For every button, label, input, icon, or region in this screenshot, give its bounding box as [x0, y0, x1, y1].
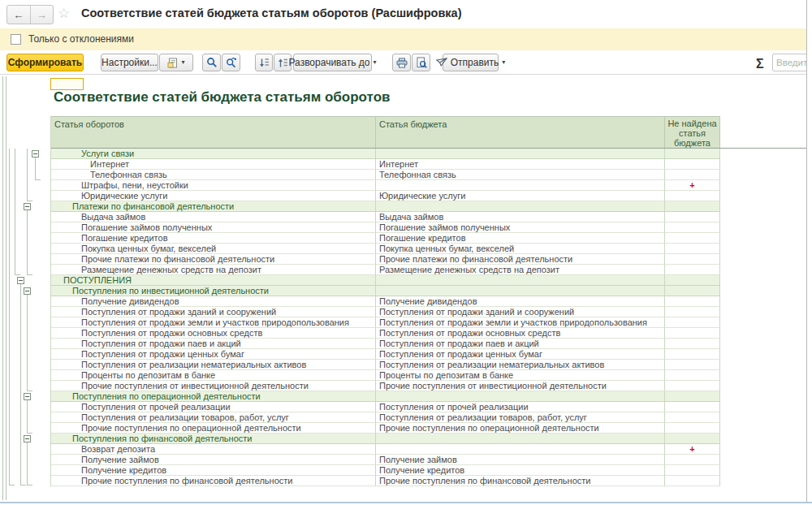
budget-item-cell: Поступления от продажи основных средств	[376, 328, 665, 339]
back-button[interactable]: ←	[7, 6, 30, 24]
not-found-flag-cell	[665, 286, 720, 296]
turnover-item-cell: Получение займов	[51, 455, 376, 465]
table-row[interactable]: Прочие поступления от инвестиционной дея…	[51, 381, 720, 391]
not-found-flag-cell	[665, 328, 720, 339]
window-title: Соответствие статей бюджета статьям обор…	[81, 6, 461, 19]
report-toolbar: Сформировать Настройки... ▾ Разворачиват…	[0, 50, 806, 75]
table-row[interactable]: Получение кредитовПолучение кредитов	[51, 465, 720, 476]
group-collapse-toggle[interactable]	[24, 435, 31, 442]
favorite-icon[interactable]: ☆	[58, 5, 70, 22]
budget-item-cell: Выдача займов	[376, 212, 665, 222]
tree-line-foot	[15, 274, 20, 275]
print-button[interactable]	[392, 54, 411, 71]
table-row[interactable]: Поступления от продажи паев и акцийПосту…	[51, 339, 720, 349]
column-header-budget-item: Статья бюджета	[376, 117, 665, 148]
table-row[interactable]: Выдача займовВыдача займов	[51, 212, 720, 222]
turnover-item-cell: Прочие поступления по операционной деяте…	[51, 423, 376, 434]
not-found-flag-cell	[665, 412, 720, 423]
active-cell[interactable]	[50, 78, 84, 90]
not-found-flag-cell	[665, 296, 720, 307]
table-row[interactable]: Покупка ценных бумаг, векселейПокупка це…	[51, 244, 720, 254]
not-found-flag-cell	[665, 149, 720, 159]
budget-item-cell: Поступления от реализации товаров, работ…	[376, 412, 665, 423]
table-row[interactable]: Погашение займов полученныхПогашение зай…	[51, 222, 720, 233]
budget-item-cell	[376, 434, 665, 444]
tree-line-foot	[35, 179, 41, 180]
table-header-row: Статья оборотов Статья бюджета Не найден…	[51, 116, 720, 149]
table-row[interactable]: Поступления по финансовой деятельности	[51, 434, 720, 444]
not-found-flag-cell	[665, 423, 720, 434]
report-variant-button[interactable]: ▾	[159, 54, 193, 71]
table-row[interactable]: Размещение денежных средств на депозитРа…	[51, 265, 720, 275]
only-deviations-checkbox[interactable]	[11, 34, 21, 45]
budget-item-cell: Погашение кредитов	[376, 233, 665, 244]
table-row[interactable]: Поступления по операционной деятельности	[51, 391, 720, 402]
table-row[interactable]: Поступления от реализации нематериальных…	[51, 360, 720, 370]
search-next-button[interactable]	[222, 54, 240, 71]
budget-item-cell: Прочие поступления по операционной деяте…	[376, 423, 665, 434]
group-collapse-toggle[interactable]	[17, 277, 24, 284]
group-collapse-toggle[interactable]	[32, 150, 39, 158]
table-row[interactable]: Поступления по инвестиционной деятельнос…	[51, 286, 720, 296]
table-row[interactable]: ПОСТУПЛЕНИЯ	[51, 275, 720, 286]
group-collapse-toggle[interactable]	[24, 393, 31, 400]
table-row[interactable]: Платежи по финансовой деятельности	[51, 201, 720, 212]
budget-item-cell: Интернет	[376, 159, 665, 170]
not-found-flag-cell: +	[665, 444, 720, 455]
table-row[interactable]: Поступления от продажи земли и участков …	[51, 317, 720, 328]
table-row[interactable]: Получение займовПолучение займов	[51, 455, 720, 465]
table-row[interactable]: Телефонная связьТелефонная связь	[51, 170, 720, 180]
table-row[interactable]: Проценты по депозитам в банкеПроценты по…	[51, 370, 720, 381]
table-row[interactable]: Штрафы, пени, неустойки+	[51, 180, 720, 191]
tree-line-foot	[27, 433, 32, 434]
turnover-item-cell: Интернет	[51, 159, 376, 170]
budget-item-cell: Получение кредитов	[376, 465, 665, 476]
turnover-item-cell: Поступления от прочей реализации	[51, 402, 376, 412]
send-button[interactable]: Отправить ▾	[443, 54, 499, 71]
not-found-flag-cell	[665, 370, 720, 381]
table-row[interactable]: Прочие поступления по финансовой деятель…	[51, 476, 720, 486]
print-preview-icon	[416, 57, 427, 68]
search-icon	[206, 57, 218, 68]
group-collapse-toggle[interactable]	[24, 203, 31, 210]
expand-to-button[interactable]: Разворачивать до ▾	[293, 54, 372, 71]
budget-item-cell: Поступления от продажи земли и участков …	[376, 317, 665, 328]
search-next-icon	[226, 57, 237, 68]
table-row[interactable]: Поступления от прочей реализацииПоступле…	[51, 402, 720, 412]
column-header-not-found: Не найдена статья бюджета	[665, 117, 720, 148]
table-row[interactable]: Погашение кредитовПогашение кредитов	[51, 233, 720, 244]
table-row[interactable]: Услуги связи	[51, 149, 720, 159]
settings-button[interactable]: Настройки...	[101, 54, 158, 71]
group-collapse-toggle[interactable]	[24, 287, 31, 295]
table-row[interactable]: Юридические услугиЮридические услуги	[51, 191, 720, 201]
search-input[interactable]	[772, 54, 806, 71]
not-found-flag-cell	[665, 275, 720, 286]
not-found-flag-cell	[665, 170, 720, 180]
turnover-item-cell: Прочие поступления по финансовой деятель…	[51, 476, 376, 486]
expand-groups-button[interactable]	[255, 54, 273, 71]
table-rows: Услуги связиИнтернетИнтернетТелефонная с…	[51, 149, 720, 486]
turnover-item-cell: Поступления от реализации товаров, работ…	[51, 412, 376, 423]
table-row[interactable]: Поступления от продажи ценных бумагПосту…	[51, 349, 720, 360]
not-found-flag-cell	[665, 159, 720, 170]
print-preview-button[interactable]	[412, 54, 430, 71]
table-row[interactable]: ИнтернетИнтернет	[51, 159, 720, 170]
not-found-flag-cell	[665, 476, 720, 486]
table-row[interactable]: Прочие поступления по операционной деяте…	[51, 423, 720, 434]
turnover-item-cell: Телефонная связь	[51, 170, 376, 180]
search-button[interactable]	[202, 54, 221, 71]
turnover-item-cell: Получение кредитов	[51, 465, 376, 476]
only-deviations-label: Только с отклонениями	[28, 33, 134, 45]
table-row[interactable]: Поступления от продажи зданий и сооружен…	[51, 307, 720, 317]
table-row[interactable]: Возврат депозита+	[51, 444, 720, 455]
tree-line	[2, 76, 3, 500]
turnover-item-cell: Выдача займов	[51, 212, 376, 222]
budget-item-cell: Покупка ценных бумаг, векселей	[376, 244, 665, 254]
table-row[interactable]: Получение дивидендовПолучение дивидендов	[51, 296, 720, 307]
generate-button[interactable]: Сформировать	[6, 54, 84, 71]
forward-button[interactable]: →	[30, 6, 54, 24]
table-row[interactable]: Поступления от продажи основных средствП…	[51, 328, 720, 339]
nav-buttons: ← →	[6, 5, 54, 24]
table-row[interactable]: Прочие платежи по финансовой деятельност…	[51, 254, 720, 265]
table-row[interactable]: Поступления от реализации товаров, работ…	[51, 412, 720, 423]
